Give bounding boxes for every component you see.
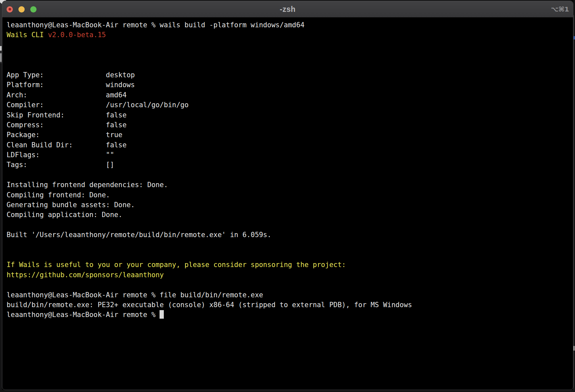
terminal-text-segment: build/bin/remote.exe: PE32+ executable (… <box>7 301 412 309</box>
terminal-text-segment: If Wails is useful to you or your compan… <box>7 261 346 269</box>
terminal-text-segment: Generating bundle assets: Done. <box>7 201 135 209</box>
terminal-line: leaanthony@Leas-MacBook-Air remote % <box>7 310 571 320</box>
terminal-line: Arch: amd64 <box>7 90 571 100</box>
terminal-text-segment: Compiler: /usr/local/go/bin/go <box>7 101 188 109</box>
terminal-line: leaanthony@Leas-MacBook-Air remote % wai… <box>7 20 571 30</box>
terminal-line <box>7 220 571 230</box>
terminal-text-segment: Skip Frontend: false <box>7 111 127 119</box>
terminal-text-segment: Wails CLI <box>7 31 48 39</box>
terminal-line: Platform: windows <box>7 80 571 90</box>
terminal-text-segment: Arch: amd64 <box>7 91 127 99</box>
terminal-line: If Wails is useful to you or your compan… <box>7 260 571 270</box>
terminal-line: Wails CLI v2.0.0-beta.15 <box>7 30 571 40</box>
terminal-text-segment: LDFlags: "" <box>7 151 114 159</box>
terminal-line <box>7 50 571 60</box>
terminal-text-segment: Compress: false <box>7 121 127 129</box>
terminal-line: Generating bundle assets: Done. <box>7 200 571 210</box>
traffic-lights <box>7 1 37 17</box>
terminal-text-segment: Compiling frontend: Done. <box>7 191 110 199</box>
terminal-text-segment: leaanthony@Leas-MacBook-Air remote % fil… <box>7 291 263 299</box>
terminal-line <box>7 280 571 290</box>
terminal-text-segment: Compiling application: Done. <box>7 211 122 219</box>
terminal-line <box>7 250 571 260</box>
background-window-fragment <box>574 36 575 39</box>
terminal-text-segment: Package: true <box>7 131 122 139</box>
terminal-text-segment: Platform: windows <box>7 81 135 89</box>
window-shortcut-badge: ⌥⌘1 <box>551 1 569 17</box>
terminal-text-segment: Installing frontend dependencies: Done. <box>7 181 168 189</box>
terminal-text-segment: App Type: desktop <box>7 71 135 79</box>
background-window-right-border <box>573 15 574 392</box>
terminal-text-segment: https://github.com/sponsors/leaanthony <box>7 271 164 279</box>
terminal-line <box>7 170 571 180</box>
background-window-fragment <box>573 346 575 351</box>
terminal-text-segment: Built '/Users/leaanthony/remote/build/bi… <box>7 231 271 239</box>
terminal-text-segment: leaanthony@Leas-MacBook-Air remote % wai… <box>7 21 305 29</box>
terminal-text-segment: v2.0.0-beta.15 <box>48 31 106 39</box>
terminal-line <box>7 240 571 250</box>
terminal-window: -zsh ⌥⌘1 leaanthony@Leas-MacBook-Air rem… <box>2 1 573 390</box>
terminal-line: Compiling application: Done. <box>7 210 571 220</box>
terminal-line: Built '/Users/leaanthony/remote/build/bi… <box>7 230 571 240</box>
close-dot-icon <box>9 8 11 11</box>
window-title: -zsh <box>2 1 573 17</box>
terminal-line: Compiling frontend: Done. <box>7 190 571 200</box>
terminal-line: Compress: false <box>7 120 571 130</box>
terminal-line: Package: true <box>7 130 571 140</box>
terminal-output[interactable]: leaanthony@Leas-MacBook-Air remote % wai… <box>2 17 573 320</box>
background-window-fragment <box>0 53 2 62</box>
terminal-line: Clean Build Dir: false <box>7 140 571 150</box>
terminal-line: LDFlags: "" <box>7 150 571 160</box>
terminal-line <box>7 40 571 50</box>
background-window-bottom-edge <box>0 390 575 392</box>
terminal-line: Tags: [] <box>7 160 571 170</box>
terminal-text-segment: Clean Build Dir: false <box>7 141 127 149</box>
minimize-button[interactable] <box>18 6 25 12</box>
terminal-cursor <box>160 310 164 319</box>
terminal-line <box>7 60 571 70</box>
background-window-fragment <box>0 46 2 51</box>
terminal-line: App Type: desktop <box>7 70 571 80</box>
terminal-line: Compiler: /usr/local/go/bin/go <box>7 100 571 110</box>
terminal-text-segment: Tags: [] <box>7 161 114 169</box>
terminal-text-segment: leaanthony@Leas-MacBook-Air remote % <box>7 311 160 319</box>
titlebar[interactable]: -zsh ⌥⌘1 <box>2 1 573 17</box>
close-button[interactable] <box>7 6 13 12</box>
terminal-line: Installing frontend dependencies: Done. <box>7 180 571 190</box>
terminal-line: build/bin/remote.exe: PE32+ executable (… <box>7 300 571 310</box>
terminal-line: https://github.com/sponsors/leaanthony <box>7 270 571 280</box>
terminal-line: leaanthony@Leas-MacBook-Air remote % fil… <box>7 290 571 300</box>
zoom-button[interactable] <box>30 6 37 12</box>
terminal-line: Skip Frontend: false <box>7 110 571 120</box>
